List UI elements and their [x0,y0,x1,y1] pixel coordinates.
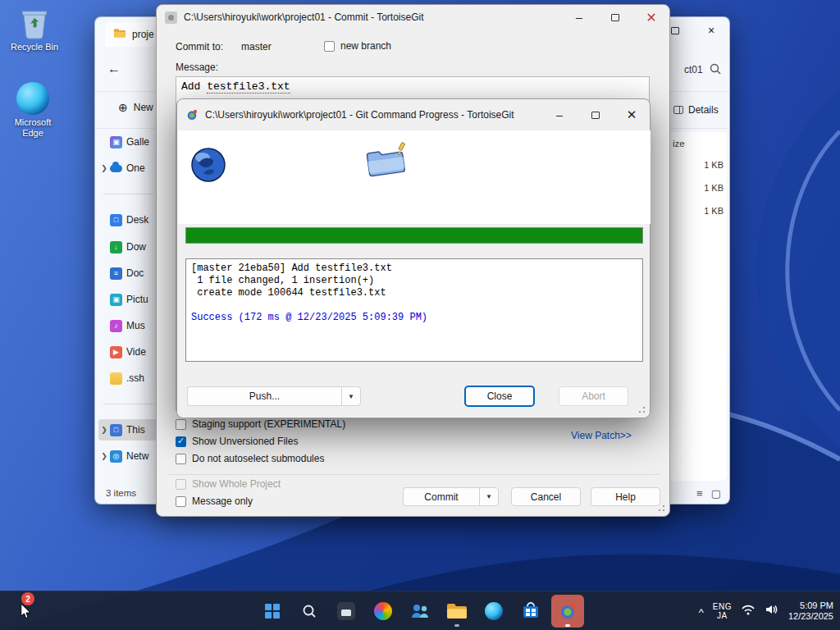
network-icon[interactable] [741,604,756,619]
language-line2: JA [713,611,732,620]
details-label: Details [688,104,719,116]
abort-button[interactable]: Abort [559,386,628,406]
maximize-button[interactable] [597,5,633,30]
language-line1: ENG [713,602,732,611]
resize-grip[interactable] [636,404,646,413]
back-icon[interactable]: ← [107,62,121,76]
checkbox-icon[interactable] [176,496,186,507]
recycle-bin-icon [5,7,64,39]
checkbox-checked-icon[interactable] [176,436,186,447]
taskbar-people[interactable] [404,595,436,628]
sidebar-item-music[interactable]: ♪ Mus [98,315,158,336]
file-size: 1 KB [699,206,724,216]
running-indicator [454,624,459,627]
staging-support-checkbox[interactable]: Staging support (EXPERIMENTAL) [176,418,345,430]
search-button[interactable] [293,595,326,628]
desktop-icon-recycle-bin[interactable]: Recycle Bin [5,7,64,52]
minimize-button[interactable]: – [541,99,578,130]
log-line: create mode 100644 testfile3.txt [191,287,637,299]
divider [168,474,660,475]
message-only-checkbox[interactable]: Message only [176,495,253,507]
sidebar-item-pictures[interactable]: ▣ Pictu [98,289,158,310]
sidebar-item-label: .ssh [126,372,144,384]
close-button[interactable]: Close [464,386,535,407]
this-pc-icon: □ [110,424,122,436]
show-unversioned-checkbox[interactable]: Show Unversioned Files [176,436,298,447]
clock[interactable]: 5:09 PM 12/23/2025 [788,600,833,622]
volume-icon[interactable] [765,604,779,619]
search-icon[interactable] [709,62,722,79]
tortoisegit-icon [558,601,578,621]
close-button[interactable]: × [693,17,729,43]
minimize-button[interactable]: – [561,5,597,30]
sidebar-item-this-pc[interactable]: ❯ □ This [98,419,158,441]
taskbar-app-dark[interactable] [330,595,363,628]
status-bar-items-count: 3 items [106,488,136,498]
progress-animation-area [178,130,651,224]
edge-icon [3,82,62,115]
taskbar-copilot[interactable] [367,595,399,628]
sidebar-item-label: Galle [126,136,149,148]
chevron-right-icon[interactable]: ❯ [98,164,110,172]
sidebar-item-ssh[interactable]: .ssh [98,368,158,389]
sidebar-item-gallery[interactable]: ▣ Galle [98,131,158,153]
desktop-icon-microsoft-edge[interactable]: Microsoft Edge [3,82,62,139]
sidebar-item-downloads[interactable]: ↓ Dow [98,236,158,258]
sidebar-item-onedrive[interactable]: ❯ One [98,158,158,179]
start-button[interactable] [256,595,289,628]
view-patch-link[interactable]: View Patch>> [571,430,632,441]
clock-date: 12/23/2025 [788,611,833,622]
new-branch-checkbox[interactable]: new branch [324,40,391,52]
sidebar-item-label: Mus [126,320,145,331]
list-view-icon[interactable]: ≡ [696,487,703,500]
sidebar-item-documents[interactable]: ≡ Doc [98,262,158,284]
new-button-label: New [134,102,153,113]
sidebar-item-label: Vide [126,346,146,358]
checkbox-icon[interactable] [324,41,335,52]
taskbar-store[interactable] [514,595,547,628]
chevron-right-icon[interactable]: ❯ [98,426,110,434]
sidebar-item-label: Desk [126,214,148,226]
progress-log[interactable]: [master 21eba50] Add testfile3.txt 1 fil… [185,258,643,362]
address-fragment[interactable]: ct01 [684,64,703,75]
taskbar-file-explorer[interactable] [441,595,473,628]
message-filename: testfile3.txt [207,80,290,94]
windows-logo-icon [265,604,280,619]
music-icon: ♪ [110,320,122,332]
success-line: Success (172 ms @ 12/23/2025 5:09:39 PM) [191,312,637,324]
commit-button[interactable]: Commit [403,487,479,506]
progress-dialog-titlebar[interactable]: C:\Users\hiroyuki\work\project01 - Git C… [177,99,650,130]
maximize-button[interactable] [578,99,614,130]
sidebar-item-desktop[interactable]: □ Desk [98,209,158,231]
close-button[interactable]: ✕ [633,5,669,30]
gallery-icon: ▣ [110,136,122,148]
no-autoselect-submodules-checkbox[interactable]: Do not autoselect submodules [176,453,324,464]
commit-to-row: Commit to: master [176,41,272,52]
language-indicator[interactable]: ENG JA [713,602,732,620]
folder-icon [110,372,122,385]
downloads-icon: ↓ [110,241,122,253]
resize-grip[interactable] [655,502,665,512]
push-dropdown-arrow[interactable]: ▼ [341,386,361,406]
commit-dropdown-arrow[interactable]: ▼ [479,487,499,506]
sidebar-item-videos[interactable]: ▶ Vide [98,341,158,363]
cancel-button[interactable]: Cancel [511,487,581,506]
details-toggle[interactable]: Details [673,104,719,116]
show-whole-project-checkbox[interactable]: Show Whole Project [176,478,281,490]
explorer-tab-title: proje [132,29,154,40]
explorer-tab[interactable]: proje [105,22,162,47]
help-button[interactable]: Help [591,487,660,506]
size-column-header[interactable]: ize [673,139,685,148]
sidebar-item-label: This [126,424,145,436]
checkbox-icon[interactable] [176,419,186,430]
taskbar-tortoisegit[interactable] [551,595,584,628]
sidebar-item-network[interactable]: ❯ ◎ Netw [98,445,158,467]
taskbar-edge[interactable] [477,595,510,628]
details-view-icon[interactable]: ▢ [711,487,721,500]
commit-dialog-titlebar[interactable]: C:\Users\hiroyuki\work\project01 - Commi… [157,5,669,30]
checkbox-icon[interactable] [176,454,186,464]
close-button[interactable]: ✕ [614,99,650,130]
push-button[interactable]: Push... [187,386,341,406]
tray-overflow-chevron[interactable]: ^ [699,606,704,619]
chevron-right-icon[interactable]: ❯ [98,452,110,460]
